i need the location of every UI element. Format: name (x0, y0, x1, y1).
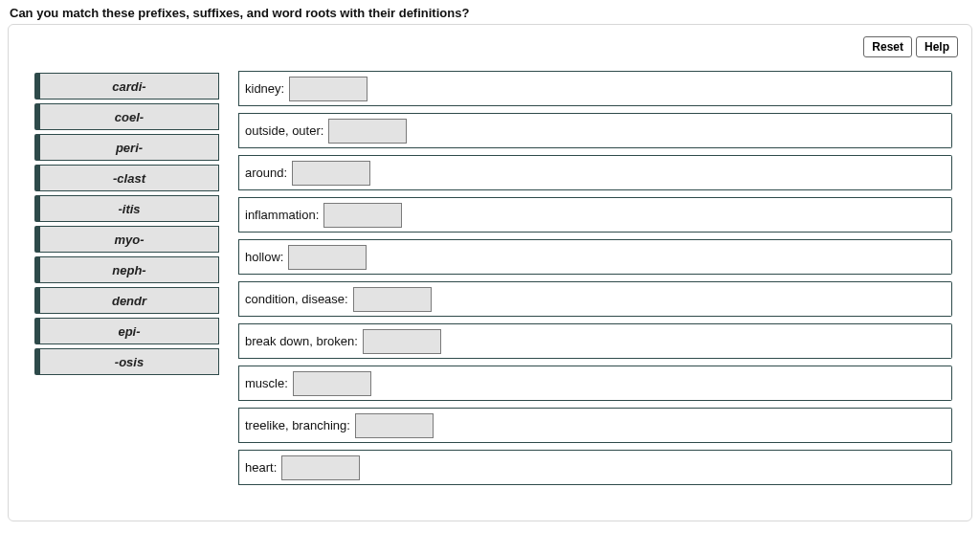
term-tile[interactable]: coel- (39, 103, 219, 130)
definition-row: kidney: (238, 71, 948, 106)
definition-label: kidney: (245, 81, 284, 96)
definition-row: treelike, branching: (238, 408, 948, 443)
definition-label: heart: (245, 460, 277, 475)
definition-row: condition, disease: (238, 281, 948, 317)
reset-button[interactable]: Reset (863, 36, 912, 57)
term-tile[interactable]: neph- (39, 256, 219, 283)
term-tile[interactable]: -osis (39, 348, 219, 375)
definition-label: outside, outer: (245, 123, 323, 138)
drop-slot[interactable] (328, 119, 407, 144)
drop-slot[interactable] (293, 371, 371, 396)
term-tile[interactable]: cardi- (39, 73, 219, 100)
definition-label: inflammation: (245, 208, 319, 222)
definition-label: treelike, branching: (245, 418, 350, 432)
drop-slot[interactable] (281, 455, 360, 480)
definition-label: around: (245, 166, 287, 180)
drop-slot[interactable] (323, 203, 402, 228)
term-tile[interactable]: dendr (39, 287, 219, 314)
definition-row: break down, broken: (238, 323, 948, 359)
definition-label: break down, broken: (245, 334, 358, 348)
term-tile[interactable]: -clast (39, 165, 219, 191)
definition-label: hollow: (245, 250, 283, 264)
drop-slot[interactable] (355, 413, 434, 438)
toolbar: Reset Help (22, 36, 958, 57)
definition-row: muscle: (238, 366, 948, 401)
terms-column: cardi- coel- peri- -clast -itis myo- nep… (39, 71, 219, 375)
drop-slot[interactable] (353, 287, 432, 312)
question-prompt: Can you match these prefixes, suffixes, … (10, 6, 972, 20)
help-button[interactable]: Help (916, 36, 958, 57)
definitions-column: kidney: outside, outer: around: inflamma… (238, 71, 948, 485)
drop-slot[interactable] (363, 329, 441, 354)
term-tile[interactable]: peri- (39, 134, 219, 161)
term-tile[interactable]: -itis (39, 195, 219, 222)
matching-content: cardi- coel- peri- -clast -itis myo- nep… (22, 67, 958, 485)
definition-label: muscle: (245, 376, 288, 390)
definition-row: around: (238, 155, 948, 190)
definition-label: condition, disease: (245, 292, 348, 306)
term-tile[interactable]: epi- (39, 318, 219, 344)
definition-row: outside, outer: (238, 113, 948, 148)
drop-slot[interactable] (292, 161, 370, 186)
term-tile[interactable]: myo- (39, 226, 219, 253)
drop-slot[interactable] (288, 245, 367, 270)
drop-slot[interactable] (289, 77, 368, 101)
definition-row: heart: (238, 450, 948, 485)
activity-panel: Reset Help cardi- coel- peri- -clast -it… (8, 24, 972, 521)
definition-row: inflammation: (238, 197, 948, 233)
definition-row: hollow: (238, 239, 948, 275)
